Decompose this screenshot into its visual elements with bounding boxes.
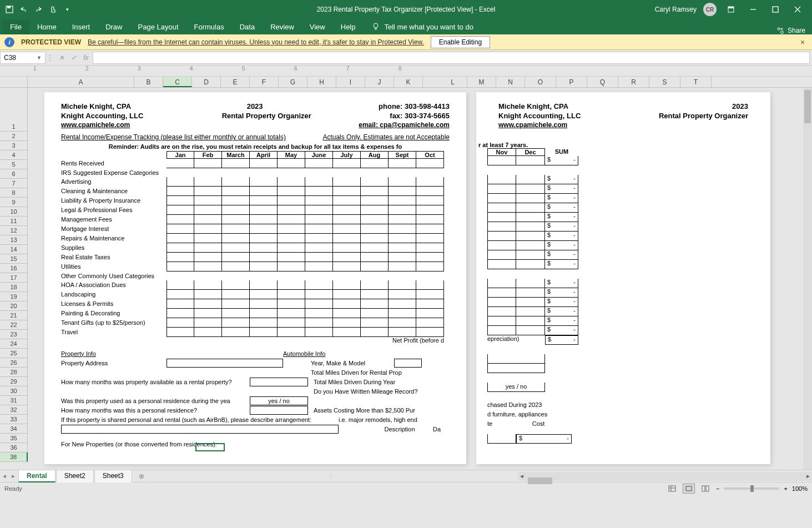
property-address-input[interactable] — [167, 359, 283, 368]
expense-cell[interactable] — [194, 262, 222, 271]
expense-cell[interactable] — [167, 205, 194, 215]
row-header-4[interactable]: 4 — [0, 150, 28, 160]
expense-cell[interactable] — [222, 243, 250, 253]
enable-editing-button[interactable]: Enable Editing — [431, 36, 490, 48]
row-header-10[interactable]: 10 — [0, 207, 28, 217]
expense-cell[interactable] — [305, 187, 333, 196]
expense-cell[interactable] — [389, 205, 416, 215]
expense-cell[interactable] — [389, 328, 416, 337]
expense-cell[interactable] — [416, 328, 444, 337]
expense-cell[interactable] — [389, 280, 416, 290]
row-header-28[interactable]: 28 — [0, 368, 28, 377]
row-header-17[interactable]: 17 — [0, 273, 28, 283]
expense-cell[interactable] — [250, 328, 278, 337]
expense-cell[interactable] — [361, 290, 389, 299]
expense-cell[interactable] — [389, 187, 416, 196]
row-header-35[interactable]: 35 — [0, 434, 28, 443]
row-header-22[interactable]: 22 — [0, 320, 28, 330]
row-header-21[interactable]: 21 — [0, 311, 28, 320]
protected-view-close-icon[interactable]: × — [798, 38, 808, 47]
expense-cell[interactable] — [222, 309, 250, 318]
expense-cell[interactable] — [222, 262, 250, 271]
expense-cell[interactable] — [222, 234, 250, 243]
row-header-3[interactable]: 3 — [0, 141, 28, 150]
ribbon-tab-draw[interactable]: Draw — [98, 19, 130, 34]
row-header-30[interactable]: 30 — [0, 386, 28, 396]
qat-customize-icon[interactable]: ▾ — [62, 4, 72, 14]
expense-cell[interactable] — [361, 280, 389, 290]
expense-cell[interactable] — [361, 299, 389, 309]
expense-cell[interactable] — [305, 234, 333, 243]
row-header-25[interactable]: 25 — [0, 349, 28, 358]
expense-cell[interactable] — [305, 318, 333, 328]
expense-cell[interactable] — [250, 224, 278, 234]
expense-cell[interactable] — [194, 243, 222, 253]
ribbon-tab-insert[interactable]: Insert — [64, 19, 98, 34]
expense-cell[interactable] — [389, 318, 416, 328]
expense-cell[interactable] — [416, 262, 444, 271]
expense-cell[interactable] — [250, 196, 278, 205]
expense-cell[interactable] — [305, 253, 333, 262]
column-header-R[interactable]: R — [618, 77, 649, 87]
expense-cell[interactable] — [278, 318, 305, 328]
enter-formula-icon[interactable]: ✓ — [71, 54, 77, 62]
column-header-G[interactable]: G — [279, 77, 307, 87]
column-header-B[interactable]: B — [134, 77, 163, 87]
expense-cell[interactable] — [250, 309, 278, 318]
sheet-viewport[interactable]: Michele Knight, CPA 2023 phone: 303-598-… — [28, 88, 812, 470]
row-header-19[interactable]: 19 — [0, 292, 28, 301]
expense-cell[interactable] — [361, 196, 389, 205]
expense-cell[interactable] — [278, 243, 305, 253]
expense-cell[interactable] — [194, 234, 222, 243]
expense-cell[interactable] — [194, 187, 222, 196]
expense-cell[interactable] — [333, 187, 361, 196]
expense-cell[interactable] — [416, 280, 444, 290]
expense-cell[interactable] — [167, 234, 194, 243]
column-header-E[interactable]: E — [221, 77, 250, 87]
expense-cell[interactable] — [194, 299, 222, 309]
expense-cell[interactable] — [222, 299, 250, 309]
expense-cell[interactable] — [278, 215, 305, 224]
expense-cell[interactable] — [305, 290, 333, 299]
expense-cell[interactable] — [416, 309, 444, 318]
expense-cell[interactable] — [305, 328, 333, 337]
add-sheet-button[interactable]: ⊕ — [135, 470, 148, 482]
shared-desc-input[interactable] — [61, 425, 339, 434]
expense-cell[interactable] — [222, 177, 250, 187]
expense-cell[interactable] — [305, 224, 333, 234]
expense-cell[interactable] — [305, 262, 333, 271]
sum-cell[interactable]: $- — [545, 232, 578, 241]
user-name[interactable]: Caryl Ramsey — [655, 6, 697, 13]
sheet-nav-prev-icon[interactable]: ◄ — [0, 473, 9, 479]
sum-cell[interactable]: $- — [545, 250, 578, 260]
row-header-7[interactable]: 7 — [0, 179, 28, 188]
sum-cell[interactable]: $- — [545, 222, 578, 232]
column-header-K[interactable]: K — [394, 77, 423, 87]
ribbon-tab-home[interactable]: Home — [29, 19, 64, 34]
column-header-Q[interactable]: Q — [587, 77, 618, 87]
sum-cell[interactable]: $- — [545, 175, 578, 184]
months-available-input[interactable] — [250, 378, 308, 386]
hscroll-left-icon[interactable]: ◄ — [518, 473, 526, 479]
months-personal-input[interactable] — [250, 406, 308, 415]
expense-cell[interactable] — [333, 280, 361, 290]
row-header-23[interactable]: 23 — [0, 330, 28, 339]
hscroll-thumb[interactable] — [528, 477, 552, 484]
expense-cell[interactable] — [389, 196, 416, 205]
page-break-view-icon[interactable] — [699, 484, 712, 494]
expense-cell[interactable] — [361, 234, 389, 243]
expense-cell[interactable] — [250, 280, 278, 290]
row-header-33[interactable]: 33 — [0, 415, 28, 424]
expense-cell[interactable] — [278, 290, 305, 299]
expense-cell[interactable] — [416, 318, 444, 328]
expense-cell[interactable] — [305, 309, 333, 318]
redo-icon[interactable] — [33, 4, 43, 14]
expense-cell[interactable] — [167, 215, 194, 224]
expense-cell[interactable] — [305, 280, 333, 290]
expense-cell[interactable] — [167, 177, 194, 187]
cancel-formula-icon[interactable]: ✕ — [59, 54, 64, 62]
row-header-14[interactable]: 14 — [0, 245, 28, 254]
expense-cell[interactable] — [278, 280, 305, 290]
expense-cell[interactable] — [278, 234, 305, 243]
expense-cell[interactable] — [389, 253, 416, 262]
